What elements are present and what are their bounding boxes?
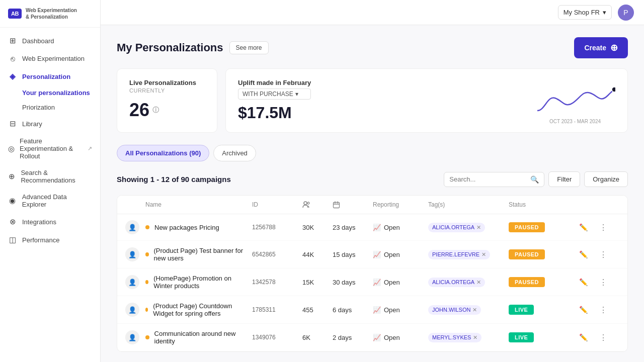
uplift-left: Uplift made in February WITH PURCHASE ▾ …	[238, 79, 311, 122]
sidebar-item-performance[interactable]: ◫ Performance	[0, 231, 100, 249]
more-options-icon[interactable]: ⋮	[599, 278, 607, 287]
sidebar-item-label: Personalization	[22, 73, 70, 80]
create-button[interactable]: Create ⊕	[574, 37, 628, 58]
tag-chip: JOHN.WILSON ✕	[428, 305, 481, 315]
reporting-link[interactable]: Open	[384, 306, 400, 314]
svg-point-2	[307, 202, 309, 204]
more-options-icon[interactable]: ⋮	[599, 250, 607, 259]
row-id-cell: 1256788	[252, 224, 302, 231]
campaign-name[interactable]: New packages Pricing	[154, 224, 219, 231]
more-options-icon[interactable]: ⋮	[599, 223, 607, 232]
sidebar-item-dashboard[interactable]: ⊞ Dashboard	[0, 32, 100, 50]
tag-chip: ALICIA.ORTEGA ✕	[428, 223, 485, 232]
sidebar-item-search-recommendations[interactable]: ⊕ Search & Recommendations	[0, 164, 100, 189]
sidebar-item-label: Performance	[22, 236, 59, 244]
warning-indicator	[145, 335, 149, 339]
row-visitors-cell: 30K	[302, 224, 333, 231]
reporting-link[interactable]: Open	[384, 279, 400, 286]
reporting-link[interactable]: Open	[384, 251, 400, 258]
tag-remove-icon[interactable]: ✕	[476, 279, 481, 286]
more-options-icon[interactable]: ⋮	[599, 333, 607, 342]
campaign-type-icon: 👤	[125, 247, 139, 261]
row-more-cell[interactable]: ⋮	[599, 223, 619, 232]
uplift-selector[interactable]: WITH PURCHASE ▾	[238, 88, 311, 100]
sidebar-item-personalization[interactable]: ◈ Personalization	[0, 67, 100, 85]
search-box[interactable]: 🔍	[444, 172, 544, 187]
sidebar: AB Web Experimentation & Personalization…	[0, 0, 101, 362]
campaign-name[interactable]: Communication around new identity	[154, 330, 252, 345]
topbar-right: My Shop FR ▾ P	[558, 5, 634, 21]
page-content: My Personalizations See more Create ⊕ Li…	[101, 25, 644, 362]
campaign-name[interactable]: (Product Page) Test banner for new users	[154, 247, 253, 262]
filter-button[interactable]: Filter	[548, 171, 580, 187]
sidebar-item-label: Dashboard	[22, 37, 54, 45]
sidebar-item-label: Search & Recommendations	[21, 169, 92, 184]
row-edit-cell[interactable]: ✏️	[579, 333, 599, 341]
sidebar-item-feature-experimentation[interactable]: ◎ Feature Experimentation & Rollout ↗	[0, 133, 100, 164]
table-header-row: Name ID Reporting Tag(s) Status	[117, 196, 627, 214]
live-stat-value: 26 ⓘ	[129, 100, 205, 121]
tag-remove-icon[interactable]: ✕	[481, 251, 486, 258]
col-more	[599, 201, 619, 209]
tag-remove-icon[interactable]: ✕	[476, 224, 481, 231]
row-tag-cell: ALICIA.ORTEGA ✕	[428, 278, 509, 287]
shop-selector[interactable]: My Shop FR ▾	[558, 5, 612, 20]
row-icon-cell: 👤	[125, 303, 145, 317]
row-reporting-cell[interactable]: 📈 Open	[373, 224, 428, 231]
reporting-link[interactable]: Open	[384, 334, 400, 341]
row-more-cell[interactable]: ⋮	[599, 305, 619, 315]
reporting-chart-icon: 📈	[373, 251, 381, 258]
edit-icon[interactable]: ✏️	[579, 250, 588, 258]
chevron-down-icon: ▾	[295, 90, 298, 98]
row-reporting-cell[interactable]: 📈 Open	[373, 251, 428, 258]
more-options-icon[interactable]: ⋮	[599, 305, 607, 315]
row-edit-cell[interactable]: ✏️	[579, 278, 599, 286]
avatar[interactable]: P	[618, 5, 634, 21]
row-days-cell: 23 days	[333, 224, 373, 231]
tag-remove-icon[interactable]: ✕	[472, 307, 477, 313]
row-more-cell[interactable]: ⋮	[599, 333, 619, 342]
campaign-name[interactable]: (Product Page) Countdown Widget for spri…	[153, 302, 252, 317]
sidebar-item-library[interactable]: ⊟ Library	[0, 115, 100, 133]
organize-button[interactable]: Organize	[584, 171, 628, 187]
status-badge: PAUSED	[509, 222, 545, 232]
row-edit-cell[interactable]: ✏️	[579, 250, 599, 258]
uplift-card: Uplift made in February WITH PURCHASE ▾ …	[225, 68, 628, 133]
status-badge: LIVE	[509, 332, 534, 342]
tab-archived[interactable]: Archived	[213, 145, 256, 161]
campaign-id: 6542865	[252, 251, 276, 258]
edit-icon[interactable]: ✏️	[579, 306, 588, 314]
sidebar-item-your-personalizations[interactable]: Your personalizations	[0, 85, 100, 100]
search-input[interactable]	[449, 175, 527, 183]
col-tags: Tag(s)	[428, 201, 509, 209]
sidebar-item-priorization[interactable]: Priorization	[0, 100, 100, 115]
sidebar-item-advanced-data-explorer[interactable]: ◉ Advanced Data Explorer	[0, 189, 100, 213]
sidebar-item-web-experimentation[interactable]: ⎋ Web Experimentation	[0, 50, 100, 67]
sidebar-item-integrations[interactable]: ⊗ Integrations	[0, 213, 100, 231]
col-status: Status	[509, 201, 579, 209]
reporting-link[interactable]: Open	[384, 224, 400, 231]
edit-icon[interactable]: ✏️	[579, 333, 588, 341]
row-id-cell: 1785311	[252, 306, 302, 313]
tag-remove-icon[interactable]: ✕	[473, 334, 477, 341]
see-more-button[interactable]: See more	[229, 41, 269, 54]
page-header: My Personalizations See more Create ⊕	[117, 37, 628, 58]
row-more-cell[interactable]: ⋮	[599, 278, 619, 287]
row-edit-cell[interactable]: ✏️	[579, 223, 599, 231]
edit-icon[interactable]: ✏️	[579, 223, 588, 231]
campaign-name[interactable]: (HomePage) Promotion on Winter products	[153, 275, 252, 290]
tab-all-personalizations[interactable]: All Personalizations (90)	[117, 145, 209, 161]
row-edit-cell[interactable]: ✏️	[579, 306, 599, 314]
row-reporting-cell[interactable]: 📈 Open	[373, 334, 428, 341]
row-more-cell[interactable]: ⋮	[599, 250, 619, 259]
row-name-cell: New packages Pricing	[145, 224, 252, 231]
col-icon	[125, 201, 145, 209]
edit-icon[interactable]: ✏️	[579, 278, 588, 286]
uplift-chart: OCT 2023 - MAR 2024	[535, 80, 615, 121]
reporting-chart-icon: 📈	[373, 279, 381, 286]
reporting-chart-icon: 📈	[373, 306, 381, 314]
sidebar-item-label: Library	[22, 120, 42, 128]
page-title-row: My Personalizations See more	[117, 41, 269, 54]
row-reporting-cell[interactable]: 📈 Open	[373, 279, 428, 286]
row-reporting-cell[interactable]: 📈 Open	[373, 306, 428, 314]
